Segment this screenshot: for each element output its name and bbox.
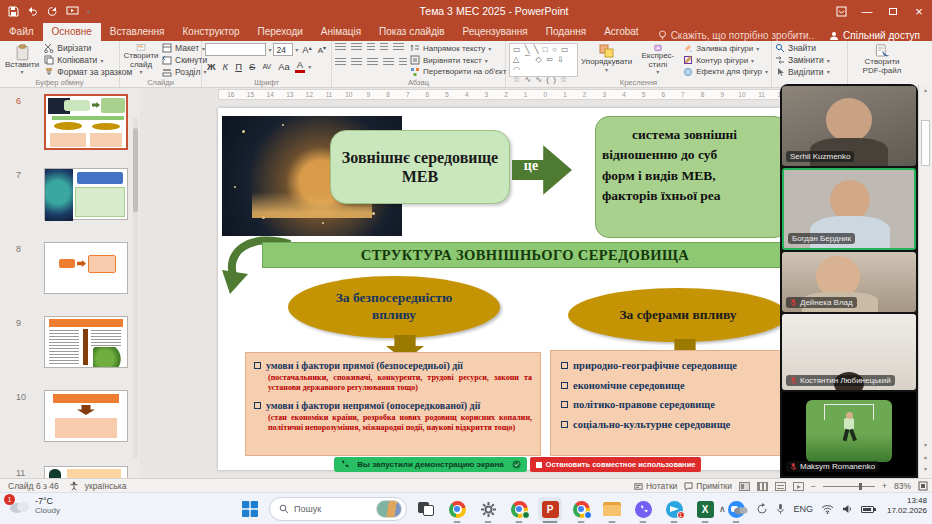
shapes-gallery[interactable]: ▭ ╲ ╲ □ ○ ▭△ ⌒ ◇ ⇦ ⇩ ◠☆ ∿ ∿ ( ) ☆ <box>509 43 578 77</box>
align-center-icon[interactable] <box>351 58 362 67</box>
zoom-out-button[interactable]: − <box>811 481 816 491</box>
font-size-combo[interactable]: 24 <box>273 43 293 56</box>
layout-button[interactable]: Макет▾ <box>162 43 207 54</box>
scroll-up-icon[interactable]: ▴ <box>919 86 932 93</box>
slideshow-view-button[interactable] <box>793 482 804 491</box>
participant-tile-active-speaker[interactable]: Богдан Бердник <box>782 168 916 250</box>
oval-direct-influence[interactable]: За безпосередністю впливу <box>288 276 500 338</box>
change-case-button[interactable]: Aa <box>276 61 292 72</box>
font-color-button[interactable]: A <box>295 60 305 73</box>
input-language[interactable]: ENG <box>793 504 813 514</box>
shape-fill-button[interactable]: Заливка фігури▾ <box>683 43 768 54</box>
align-right-icon[interactable] <box>367 58 378 67</box>
qat-customize-caret[interactable]: ▾ <box>87 8 90 15</box>
slide-thumbnail-7[interactable] <box>44 168 128 220</box>
shape-outline-button[interactable]: Контур фігури▾ <box>683 55 768 66</box>
start-slideshow-icon[interactable] <box>66 6 79 16</box>
line-spacing-icon[interactable] <box>393 43 404 52</box>
tab-view[interactable]: Подання <box>537 23 595 41</box>
fit-to-window-icon[interactable] <box>918 481 928 491</box>
indent-decrease-icon[interactable] <box>367 43 375 52</box>
grow-font-button[interactable]: A▴ <box>300 44 313 55</box>
taskbar-excel[interactable]: X <box>693 497 717 521</box>
taskbar-file-explorer[interactable] <box>600 497 624 521</box>
notes-button[interactable]: Нотатки <box>634 481 677 491</box>
weather-widget[interactable]: 1 -7°C Cloudy <box>8 496 60 515</box>
taskbar-telegram[interactable]: 1 <box>662 497 686 521</box>
arrange-button[interactable]: Упорядкувати▾ <box>581 43 633 77</box>
tray-expand-icon[interactable]: ∧ <box>719 504 726 514</box>
slide-thumbnail-8[interactable] <box>44 242 128 294</box>
taskbar-clock[interactable]: 13:48 17.02.2026 <box>887 496 927 517</box>
slide-thumbnail-11[interactable] <box>44 466 128 478</box>
section-button[interactable]: Розділ▾ <box>162 66 207 77</box>
share-button[interactable]: Спільний доступ <box>829 30 932 41</box>
taskbar-chrome[interactable] <box>445 497 469 521</box>
italic-button[interactable]: К <box>221 61 231 72</box>
direct-factors-box[interactable]: умови і фактори прямої (безпосередньої) … <box>245 352 541 456</box>
structure-title-shape[interactable]: СТРУКТУРА ЗОВНІШНЬОГО СЕРЕДОВИЩА <box>262 242 788 268</box>
taskbar-search[interactable]: Пошук <box>269 497 407 521</box>
redo-icon[interactable] <box>47 6 58 17</box>
bold-button[interactable]: Ж <box>205 61 218 72</box>
undo-icon[interactable] <box>27 6 39 16</box>
taskbar-settings[interactable] <box>476 497 500 521</box>
accessibility-icon[interactable] <box>69 481 79 491</box>
tab-slideshow[interactable]: Показ слайдів <box>370 23 454 41</box>
sync-icon[interactable] <box>756 503 768 515</box>
scroll-down-icon[interactable]: ▾ <box>919 441 932 448</box>
save-icon[interactable] <box>8 6 19 17</box>
shape-effects-button[interactable]: Ефекти для фігур▾ <box>683 66 768 77</box>
next-slide-icon[interactable]: ▾ <box>919 465 932 472</box>
comments-button[interactable]: Примітки <box>684 481 732 491</box>
taskbar-chrome-profile2[interactable] <box>507 497 531 521</box>
columns-icon[interactable] <box>399 58 407 67</box>
start-button[interactable] <box>238 497 262 521</box>
normal-view-button[interactable] <box>739 482 750 491</box>
stop-share-button[interactable]: Остановить совместное использование <box>530 457 701 472</box>
thumbnail-scrollbar[interactable] <box>133 118 138 458</box>
shrink-font-button[interactable]: A▾ <box>316 44 328 55</box>
bullets-icon[interactable] <box>335 43 346 52</box>
minimize-button[interactable]: — <box>854 0 880 22</box>
reset-button[interactable]: Скинути <box>162 55 207 66</box>
taskbar-chrome-profile3[interactable] <box>569 497 593 521</box>
zoom-in-button[interactable]: + <box>882 481 887 491</box>
tab-acrobat[interactable]: Acrobat <box>595 23 647 41</box>
tray-mic-icon[interactable] <box>776 503 785 515</box>
tab-animations[interactable]: Анімація <box>312 23 370 41</box>
term-shape[interactable]: Зовнішнє середовище МЕВ <box>330 130 510 204</box>
task-view-button[interactable] <box>414 497 438 521</box>
new-slide-button[interactable]: Створити слайд▾ <box>123 43 159 77</box>
underline-button[interactable]: П <box>233 61 244 72</box>
paste-button[interactable]: Вставити▾ <box>3 43 41 77</box>
indent-increase-icon[interactable] <box>380 43 388 52</box>
slide-sorter-view-button[interactable] <box>757 482 768 491</box>
speaker-icon[interactable] <box>842 504 853 514</box>
ribbon-display-options-icon[interactable] <box>828 0 854 22</box>
zoom-slider[interactable] <box>823 486 875 487</box>
participant-tile[interactable]: Дейнека Влад <box>782 252 916 312</box>
tab-review[interactable]: Рецензування <box>454 23 537 41</box>
oval-spheres-influence[interactable]: За сферами впливу <box>568 288 788 342</box>
participant-tile[interactable]: Serhii Kuzmenko <box>782 86 916 166</box>
taskbar-powerpoint-active[interactable]: P <box>538 497 562 521</box>
language-indicator[interactable]: українська <box>85 481 127 491</box>
find-button[interactable]: Знайти <box>775 43 830 54</box>
participant-tile[interactable]: Maksym Romanenko <box>782 392 916 476</box>
replace-button[interactable]: Замінити▾ <box>775 55 830 66</box>
zoom-level[interactable]: 83% <box>894 481 911 491</box>
slide-thumbnail-9[interactable] <box>44 316 128 368</box>
previous-slide-icon[interactable]: ▴ <box>919 453 932 460</box>
spheres-box[interactable]: природно-географічне середовище економіч… <box>550 350 782 456</box>
zoom-slider-thumb[interactable] <box>859 483 862 490</box>
scrollbar-thumb[interactable] <box>921 120 930 166</box>
tab-home[interactable]: Основне <box>43 23 101 41</box>
numbering-icon[interactable] <box>351 43 362 52</box>
align-left-icon[interactable] <box>335 58 346 67</box>
onedrive-icon[interactable] <box>733 504 748 515</box>
tab-transitions[interactable]: Переходи <box>249 23 312 41</box>
slide-canvas[interactable]: Зовнішнє середовище МЕВ це система зовні… <box>218 108 788 470</box>
editor-vertical-scrollbar[interactable]: ▴ ▾ ▴ ▾ <box>918 84 932 478</box>
slide-thumbnail-6[interactable] <box>44 94 128 150</box>
